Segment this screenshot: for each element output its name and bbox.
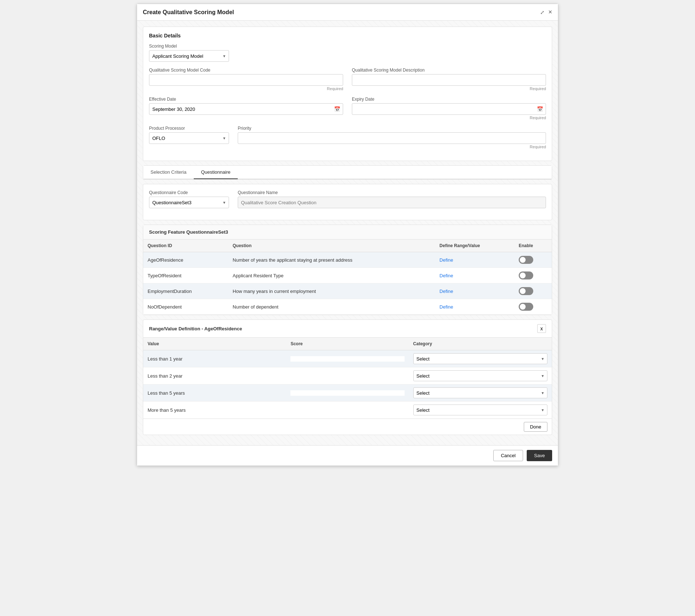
question-id-cell: AgeOfResidence	[143, 252, 228, 268]
save-button[interactable]: Save	[527, 450, 552, 461]
question-id-cell: EmploymentDuration	[143, 283, 228, 299]
cancel-button[interactable]: Cancel	[493, 450, 523, 461]
qual-code-group: Qualitative Scoring Model Code Required	[149, 68, 343, 91]
range-category-cell[interactable]: Select	[409, 385, 552, 402]
question-cell: How many years in current employment	[228, 283, 435, 299]
question-cell: Number of years the applicant staying at…	[228, 252, 435, 268]
category-select[interactable]: Select	[413, 370, 547, 381]
enable-toggle[interactable]	[519, 287, 533, 295]
questionnaire-code-select-wrapper: QuestionnaireSet3	[149, 197, 229, 208]
questionnaire-code-select[interactable]: QuestionnaireSet3	[149, 197, 229, 208]
define-range-cell[interactable]: Define	[435, 283, 514, 299]
col-question: Question	[228, 239, 435, 252]
range-table-header: Value Score Category	[143, 338, 552, 350]
scoring-feature-title: Scoring Feature QuestionnaireSet3	[143, 225, 552, 239]
tab-questionnaire[interactable]: Questionnaire	[194, 166, 238, 179]
close-icon[interactable]: ×	[548, 8, 552, 16]
range-col-category: Category	[409, 338, 552, 350]
range-score-cell[interactable]	[286, 367, 409, 385]
expiry-date-wrapper: 📅	[352, 103, 546, 115]
col-enable: Enable	[514, 239, 552, 252]
qual-desc-group: Qualitative Scoring Model Description Re…	[352, 68, 546, 91]
qual-desc-label: Qualitative Scoring Model Description	[352, 68, 546, 73]
define-range-cell[interactable]: Define	[435, 252, 514, 268]
qual-code-label: Qualitative Scoring Model Code	[149, 68, 343, 73]
category-select[interactable]: Select	[413, 404, 547, 415]
range-category-cell[interactable]: Select	[409, 402, 552, 419]
modal-header-actions: ⤢ ×	[540, 8, 552, 16]
effective-date-input[interactable]	[149, 103, 343, 115]
define-link[interactable]: Define	[439, 273, 453, 278]
category-select[interactable]: Select	[413, 387, 547, 398]
enable-toggle[interactable]	[519, 256, 533, 264]
range-value-header: Range/Value Definition - AgeOfResidence …	[143, 320, 552, 338]
enable-toggle[interactable]	[519, 303, 533, 311]
range-table-row: Less than 2 year Select	[143, 367, 552, 385]
range-value-cell: Less than 5 years	[143, 385, 286, 402]
questionnaire-code-group: Questionnaire Code QuestionnaireSet3	[149, 190, 229, 208]
range-category-cell[interactable]: Select	[409, 367, 552, 385]
basic-details-title: Basic Details	[149, 33, 546, 39]
range-category-cell[interactable]: Select	[409, 350, 552, 367]
expiry-date-label: Expiry Date	[352, 97, 546, 102]
modal-body: Basic Details Scoring Model Applicant Sc…	[137, 21, 558, 445]
product-processor-select[interactable]: OFLO	[149, 132, 229, 144]
define-link[interactable]: Define	[439, 257, 453, 263]
score-input[interactable]	[290, 373, 404, 379]
resize-icon[interactable]: ⤢	[540, 9, 545, 15]
table-row: AgeOfResidence Number of years the appli…	[143, 252, 552, 268]
qual-code-required: Required	[149, 86, 343, 91]
range-value-table: Value Score Category Less than 1 year Se…	[143, 338, 552, 419]
questionnaire-section: Questionnaire Code QuestionnaireSet3 Que…	[143, 184, 552, 220]
product-processor-select-wrapper: OFLO	[149, 132, 229, 144]
score-input[interactable]	[290, 407, 404, 413]
range-value-close-button[interactable]: x	[537, 324, 546, 333]
range-score-cell[interactable]	[286, 402, 409, 419]
score-input[interactable]	[290, 356, 404, 362]
tab-selection-criteria[interactable]: Selection Criteria	[143, 166, 194, 179]
questionnaire-name-input[interactable]	[238, 197, 546, 208]
range-col-score: Score	[286, 338, 409, 350]
processor-priority-row: Product Processor OFLO Priority Required	[149, 126, 546, 149]
done-button[interactable]: Done	[524, 422, 547, 432]
define-range-cell[interactable]: Define	[435, 299, 514, 315]
toggle-slider	[519, 271, 533, 279]
scoring-model-select[interactable]: Applicant Scoring Model	[149, 50, 229, 62]
scoring-feature-table-container: Question ID Question Define Range/Value …	[143, 239, 552, 315]
expiry-date-input[interactable]	[352, 103, 546, 115]
range-value-title: Range/Value Definition - AgeOfResidence	[149, 326, 242, 331]
score-input[interactable]	[290, 390, 404, 396]
product-processor-group: Product Processor OFLO	[149, 126, 229, 149]
scoring-model-row: Scoring Model Applicant Scoring Model	[149, 44, 546, 62]
modal-footer: Cancel Save	[137, 445, 558, 466]
question-id-cell: NoOfDependent	[143, 299, 228, 315]
scoring-feature-section: Scoring Feature QuestionnaireSet3 Questi…	[143, 225, 552, 315]
range-col-value: Value	[143, 338, 286, 350]
priority-input[interactable]	[238, 132, 546, 144]
date-row: Effective Date 📅 Expiry Date 📅 Required	[149, 97, 546, 120]
expiry-date-required: Required	[352, 116, 546, 120]
expiry-date-calendar-icon[interactable]: 📅	[537, 106, 543, 112]
enable-toggle[interactable]	[519, 271, 533, 279]
define-range-cell[interactable]: Define	[435, 268, 514, 283]
range-score-cell[interactable]	[286, 385, 409, 402]
range-score-cell[interactable]	[286, 350, 409, 367]
define-link[interactable]: Define	[439, 289, 453, 294]
tabs-bar: Selection Criteria Questionnaire	[143, 166, 552, 179]
scoring-model-group: Scoring Model Applicant Scoring Model	[149, 44, 229, 62]
modal-title: Create Qualitative Scoring Model	[143, 9, 234, 16]
done-btn-row: Done	[143, 419, 552, 435]
category-select[interactable]: Select	[413, 353, 547, 364]
effective-date-calendar-icon[interactable]: 📅	[334, 106, 340, 112]
qual-code-input[interactable]	[149, 74, 343, 86]
define-link[interactable]: Define	[439, 304, 453, 310]
qual-desc-input[interactable]	[352, 74, 546, 86]
basic-details-section: Basic Details Scoring Model Applicant Sc…	[143, 27, 552, 161]
effective-date-wrapper: 📅	[149, 103, 343, 115]
priority-group: Priority Required	[238, 126, 546, 149]
priority-label: Priority	[238, 126, 546, 131]
range-value-section: Range/Value Definition - AgeOfResidence …	[143, 319, 552, 435]
toggle-slider	[519, 303, 533, 311]
table-row: TypeOfResident Applicant Resident Type D…	[143, 268, 552, 283]
toggle-slider	[519, 287, 533, 295]
